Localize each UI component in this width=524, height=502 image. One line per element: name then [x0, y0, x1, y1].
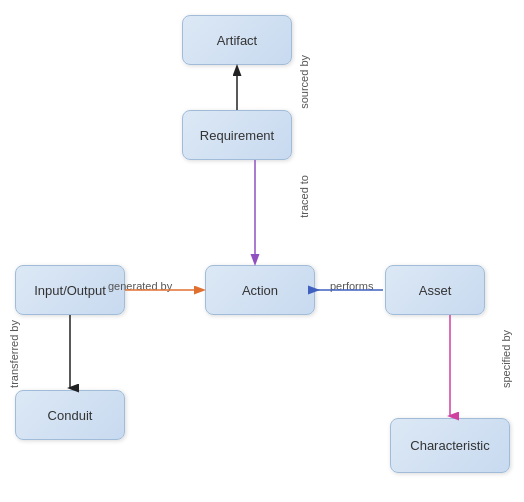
asset-node: Asset [385, 265, 485, 315]
specified-by-label: specified by [500, 330, 512, 388]
characteristic-node: Characteristic [390, 418, 510, 473]
conduit-label: Conduit [48, 408, 93, 423]
generated-by-label: generated by [108, 280, 172, 292]
requirement-label: Requirement [200, 128, 274, 143]
requirement-node: Requirement [182, 110, 292, 160]
asset-label: Asset [419, 283, 452, 298]
inputoutput-label: Input/Output [34, 283, 106, 298]
transferred-by-label: transferred by [8, 320, 20, 388]
conduit-node: Conduit [15, 390, 125, 440]
sourced-by-label: sourced by [298, 55, 310, 109]
action-node: Action [205, 265, 315, 315]
action-label: Action [242, 283, 278, 298]
performs-label: performs [330, 280, 373, 292]
traced-to-label: traced to [298, 175, 310, 218]
artifact-label: Artifact [217, 33, 257, 48]
artifact-node: Artifact [182, 15, 292, 65]
characteristic-label: Characteristic [410, 438, 489, 453]
